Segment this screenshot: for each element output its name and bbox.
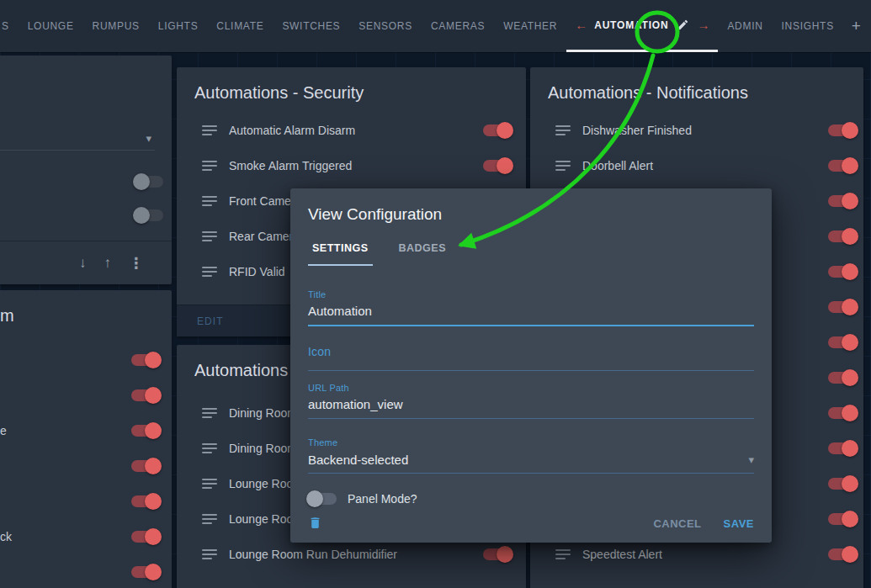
title-field-group: Title Automation [308, 289, 754, 326]
toggle-switch[interactable] [828, 124, 857, 136]
dropdown-caret-icon[interactable]: ▾ [146, 133, 151, 144]
toggle-switch[interactable] [131, 425, 160, 437]
toggle-switch[interactable] [828, 478, 857, 490]
automation-lines-icon [202, 231, 217, 241]
input-underline [0, 150, 155, 151]
title-input-underline [308, 325, 754, 326]
automation-row [0, 342, 172, 378]
toggle-switch[interactable] [135, 176, 163, 188]
toggle-switch[interactable] [131, 460, 160, 472]
card-footer-actions: ↓ ↑ ⋮ [79, 256, 144, 271]
arrow-down-icon[interactable]: ↓ [79, 256, 87, 271]
tab-sensors[interactable]: SENSORS [349, 20, 422, 32]
toggle-switch[interactable] [828, 230, 857, 242]
title-input[interactable]: Automation [308, 299, 754, 325]
automation-name: Automatic Alarm Disarm [229, 124, 483, 137]
cancel-button[interactable]: CANCEL [653, 517, 701, 530]
automation-lines-icon [202, 514, 217, 524]
move-tab-left-arrow-icon[interactable]: ← [575, 19, 587, 31]
toggle-switch[interactable] [828, 336, 857, 348]
automation-name: Smoke Alarm Triggered [229, 159, 483, 172]
automation-lines-icon [202, 408, 217, 418]
edit-view-pencil-icon[interactable] [675, 18, 690, 33]
icon-input[interactable]: Icon [308, 345, 754, 358]
toggle-switch[interactable] [828, 442, 857, 454]
toggle-switch[interactable] [131, 495, 160, 507]
card-title: Automations - Security [177, 67, 526, 113]
automation-lines-icon [202, 479, 217, 489]
toggle-switch[interactable] [828, 548, 857, 560]
app-screen: S LOUNGE RUMPUS LIGHTS CLIMATE SWITCHES … [0, 0, 871, 588]
card-title-fragment: m [0, 290, 172, 336]
toggle-switch[interactable] [828, 513, 857, 525]
edit-button[interactable]: EDIT [197, 315, 224, 327]
tab-rumpus[interactable]: RUMPUS [83, 20, 149, 32]
automation-row [0, 378, 172, 413]
toggle-switch[interactable] [135, 209, 163, 221]
save-button[interactable]: SAVE [724, 517, 754, 530]
tab-cameras[interactable]: CAMERAS [422, 20, 494, 32]
kebab-menu-icon[interactable]: ⋮ [129, 256, 144, 271]
panel-mode-label: Panel Mode? [348, 492, 417, 506]
url-path-input[interactable]: automation_view [308, 393, 754, 418]
toggle-switch[interactable] [131, 389, 160, 401]
tab-lounge[interactable]: LOUNGE [19, 20, 83, 32]
toggle-switch[interactable] [131, 354, 160, 366]
automation-name: Speedtest Alert [582, 548, 828, 561]
add-view-plus-icon[interactable]: + [843, 17, 871, 35]
automation-name: Doorbell Alert [582, 159, 828, 172]
automation-lines-icon [555, 125, 571, 135]
tab-climate[interactable]: CLIMATE [207, 20, 273, 32]
toggle-switch[interactable] [131, 531, 160, 543]
arrow-up-icon[interactable]: ↑ [104, 256, 112, 271]
tab-automation-active[interactable]: AUTOMATION [594, 19, 668, 31]
toggle-switch[interactable] [483, 548, 512, 560]
panel-mode-row: Panel Mode? [308, 492, 754, 506]
automation-lines-icon [202, 267, 217, 277]
automation-row [0, 484, 172, 519]
automation-name: Lounge Room Run Dehumidifier [229, 548, 483, 561]
tab-lights[interactable]: LIGHTS [149, 20, 208, 32]
panel-mode-toggle[interactable] [308, 493, 337, 505]
tab-badges[interactable]: BADGES [395, 237, 450, 266]
tab-insights[interactable]: INSIGHTS [773, 20, 843, 32]
automation-lines-icon [202, 161, 217, 171]
toggle-switch[interactable] [828, 301, 857, 313]
toggle-switch[interactable] [483, 124, 512, 136]
automation-lines-icon [555, 161, 571, 171]
toggle-switch[interactable] [483, 160, 512, 172]
theme-field-group: Theme Backend-selected ▾ [308, 437, 754, 474]
theme-selected-value: Backend-selected [308, 453, 408, 467]
icon-field-group: Icon [308, 345, 754, 371]
tab-admin[interactable]: ADMIN [718, 20, 772, 32]
toggle-switch[interactable] [828, 195, 857, 207]
toggle-switch[interactable] [828, 160, 857, 172]
tab-switches[interactable]: SWITCHES [273, 20, 349, 32]
url-path-input-underline [308, 418, 754, 419]
automation-list: e ck [0, 342, 172, 588]
dialog-title: View Configuration [308, 205, 754, 224]
move-tab-right-arrow-icon[interactable]: → [697, 19, 709, 31]
toggle-switch[interactable] [131, 566, 160, 578]
icon-input-underline [308, 370, 754, 371]
title-field-label: Title [308, 289, 754, 299]
divider [0, 241, 172, 241]
automation-lines-icon [555, 549, 571, 559]
url-path-field-group: URL Path automation_view [308, 383, 754, 419]
theme-select[interactable]: Backend-selected ▾ [308, 448, 754, 473]
card-title: Automations - Notifications [530, 67, 863, 113]
delete-view-trash-icon[interactable] [308, 515, 325, 532]
toggle-switch[interactable] [828, 266, 857, 278]
top-navigation-bar: S LOUNGE RUMPUS LIGHTS CLIMATE SWITCHES … [0, 0, 871, 52]
tab-settings[interactable]: SETTINGS [308, 237, 373, 266]
automation-row: Dishwasher Finished [530, 113, 863, 148]
automation-row: e [0, 413, 172, 448]
dialog-actions: CANCEL SAVE [308, 515, 754, 532]
automation-row [0, 554, 172, 588]
tab-partial-left[interactable]: S [0, 20, 19, 32]
automation-lines-icon [202, 443, 217, 453]
toggle-switch[interactable] [828, 372, 857, 384]
toggle-switch[interactable] [828, 407, 857, 419]
automation-lines-icon [202, 196, 217, 206]
tab-weather[interactable]: WEATHER [494, 20, 566, 32]
